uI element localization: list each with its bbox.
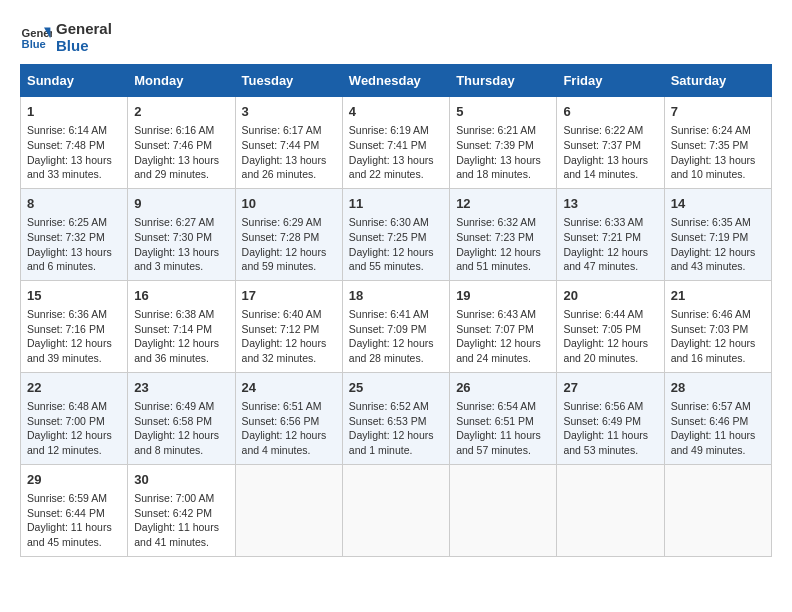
calendar-cell: 6Sunrise: 6:22 AMSunset: 7:37 PMDaylight… xyxy=(557,97,664,189)
calendar-cell xyxy=(342,464,449,556)
sunrise-text: Sunrise: 6:19 AM xyxy=(349,124,429,136)
day-header-monday: Monday xyxy=(128,65,235,97)
sunset-text: Sunset: 7:46 PM xyxy=(134,139,212,151)
sunrise-text: Sunrise: 6:41 AM xyxy=(349,308,429,320)
daylight-label: Daylight: 12 hours and 47 minutes. xyxy=(563,246,648,273)
sunrise-text: Sunrise: 6:32 AM xyxy=(456,216,536,228)
sunrise-text: Sunrise: 6:24 AM xyxy=(671,124,751,136)
day-number: 1 xyxy=(27,103,121,121)
day-number: 12 xyxy=(456,195,550,213)
calendar-cell: 23Sunrise: 6:49 AMSunset: 6:58 PMDayligh… xyxy=(128,372,235,464)
sunrise-text: Sunrise: 6:52 AM xyxy=(349,400,429,412)
sunset-text: Sunset: 7:07 PM xyxy=(456,323,534,335)
calendar-cell: 24Sunrise: 6:51 AMSunset: 6:56 PMDayligh… xyxy=(235,372,342,464)
sunrise-text: Sunrise: 6:57 AM xyxy=(671,400,751,412)
sunrise-text: Sunrise: 7:00 AM xyxy=(134,492,214,504)
day-number: 23 xyxy=(134,379,228,397)
logo: General Blue General Blue xyxy=(20,20,112,54)
day-header-saturday: Saturday xyxy=(664,65,771,97)
calendar-cell: 7Sunrise: 6:24 AMSunset: 7:35 PMDaylight… xyxy=(664,97,771,189)
sunrise-text: Sunrise: 6:14 AM xyxy=(27,124,107,136)
sunset-text: Sunset: 7:16 PM xyxy=(27,323,105,335)
logo-line1: General xyxy=(56,20,112,37)
daylight-label: Daylight: 11 hours and 45 minutes. xyxy=(27,521,112,548)
day-number: 5 xyxy=(456,103,550,121)
daylight-label: Daylight: 12 hours and 8 minutes. xyxy=(134,429,219,456)
sunset-text: Sunset: 6:51 PM xyxy=(456,415,534,427)
sunset-text: Sunset: 7:44 PM xyxy=(242,139,320,151)
sunrise-text: Sunrise: 6:48 AM xyxy=(27,400,107,412)
day-number: 14 xyxy=(671,195,765,213)
sunset-text: Sunset: 7:32 PM xyxy=(27,231,105,243)
daylight-label: Daylight: 13 hours and 18 minutes. xyxy=(456,154,541,181)
day-number: 27 xyxy=(563,379,657,397)
day-header-sunday: Sunday xyxy=(21,65,128,97)
day-number: 25 xyxy=(349,379,443,397)
day-number: 22 xyxy=(27,379,121,397)
sunrise-text: Sunrise: 6:17 AM xyxy=(242,124,322,136)
sunset-text: Sunset: 7:48 PM xyxy=(27,139,105,151)
calendar-cell: 9Sunrise: 6:27 AMSunset: 7:30 PMDaylight… xyxy=(128,188,235,280)
day-header-wednesday: Wednesday xyxy=(342,65,449,97)
day-number: 2 xyxy=(134,103,228,121)
day-number: 30 xyxy=(134,471,228,489)
daylight-label: Daylight: 12 hours and 59 minutes. xyxy=(242,246,327,273)
calendar-cell: 17Sunrise: 6:40 AMSunset: 7:12 PMDayligh… xyxy=(235,280,342,372)
calendar-cell: 11Sunrise: 6:30 AMSunset: 7:25 PMDayligh… xyxy=(342,188,449,280)
calendar-cell: 8Sunrise: 6:25 AMSunset: 7:32 PMDaylight… xyxy=(21,188,128,280)
header: General Blue General Blue xyxy=(20,20,772,54)
daylight-label: Daylight: 12 hours and 28 minutes. xyxy=(349,337,434,364)
day-number: 6 xyxy=(563,103,657,121)
daylight-label: Daylight: 13 hours and 10 minutes. xyxy=(671,154,756,181)
sunset-text: Sunset: 6:44 PM xyxy=(27,507,105,519)
day-number: 13 xyxy=(563,195,657,213)
daylight-label: Daylight: 12 hours and 55 minutes. xyxy=(349,246,434,273)
sunset-text: Sunset: 7:37 PM xyxy=(563,139,641,151)
daylight-label: Daylight: 12 hours and 51 minutes. xyxy=(456,246,541,273)
calendar-cell: 16Sunrise: 6:38 AMSunset: 7:14 PMDayligh… xyxy=(128,280,235,372)
daylight-label: Daylight: 13 hours and 33 minutes. xyxy=(27,154,112,181)
calendar-cell: 13Sunrise: 6:33 AMSunset: 7:21 PMDayligh… xyxy=(557,188,664,280)
sunrise-text: Sunrise: 6:36 AM xyxy=(27,308,107,320)
daylight-label: Daylight: 12 hours and 32 minutes. xyxy=(242,337,327,364)
calendar-cell: 28Sunrise: 6:57 AMSunset: 6:46 PMDayligh… xyxy=(664,372,771,464)
sunset-text: Sunset: 6:58 PM xyxy=(134,415,212,427)
calendar-cell: 27Sunrise: 6:56 AMSunset: 6:49 PMDayligh… xyxy=(557,372,664,464)
calendar-cell: 1Sunrise: 6:14 AMSunset: 7:48 PMDaylight… xyxy=(21,97,128,189)
calendar-cell xyxy=(235,464,342,556)
calendar-cell: 30Sunrise: 7:00 AMSunset: 6:42 PMDayligh… xyxy=(128,464,235,556)
sunset-text: Sunset: 7:23 PM xyxy=(456,231,534,243)
calendar-cell: 12Sunrise: 6:32 AMSunset: 7:23 PMDayligh… xyxy=(450,188,557,280)
calendar-cell: 20Sunrise: 6:44 AMSunset: 7:05 PMDayligh… xyxy=(557,280,664,372)
sunrise-text: Sunrise: 6:54 AM xyxy=(456,400,536,412)
sunrise-text: Sunrise: 6:29 AM xyxy=(242,216,322,228)
sunset-text: Sunset: 6:46 PM xyxy=(671,415,749,427)
sunset-text: Sunset: 7:09 PM xyxy=(349,323,427,335)
calendar-cell xyxy=(450,464,557,556)
sunrise-text: Sunrise: 6:27 AM xyxy=(134,216,214,228)
day-number: 8 xyxy=(27,195,121,213)
daylight-label: Daylight: 13 hours and 14 minutes. xyxy=(563,154,648,181)
day-header-thursday: Thursday xyxy=(450,65,557,97)
calendar-cell: 10Sunrise: 6:29 AMSunset: 7:28 PMDayligh… xyxy=(235,188,342,280)
day-number: 4 xyxy=(349,103,443,121)
sunset-text: Sunset: 7:21 PM xyxy=(563,231,641,243)
sunset-text: Sunset: 6:53 PM xyxy=(349,415,427,427)
daylight-label: Daylight: 11 hours and 49 minutes. xyxy=(671,429,756,456)
daylight-label: Daylight: 12 hours and 36 minutes. xyxy=(134,337,219,364)
sunrise-text: Sunrise: 6:30 AM xyxy=(349,216,429,228)
sunrise-text: Sunrise: 6:35 AM xyxy=(671,216,751,228)
sunrise-text: Sunrise: 6:43 AM xyxy=(456,308,536,320)
sunset-text: Sunset: 7:03 PM xyxy=(671,323,749,335)
day-number: 9 xyxy=(134,195,228,213)
daylight-label: Daylight: 12 hours and 1 minute. xyxy=(349,429,434,456)
calendar-cell: 14Sunrise: 6:35 AMSunset: 7:19 PMDayligh… xyxy=(664,188,771,280)
day-number: 17 xyxy=(242,287,336,305)
daylight-label: Daylight: 11 hours and 53 minutes. xyxy=(563,429,648,456)
sunset-text: Sunset: 7:14 PM xyxy=(134,323,212,335)
daylight-label: Daylight: 12 hours and 16 minutes. xyxy=(671,337,756,364)
day-number: 24 xyxy=(242,379,336,397)
sunrise-text: Sunrise: 6:25 AM xyxy=(27,216,107,228)
calendar-cell: 4Sunrise: 6:19 AMSunset: 7:41 PMDaylight… xyxy=(342,97,449,189)
day-number: 19 xyxy=(456,287,550,305)
